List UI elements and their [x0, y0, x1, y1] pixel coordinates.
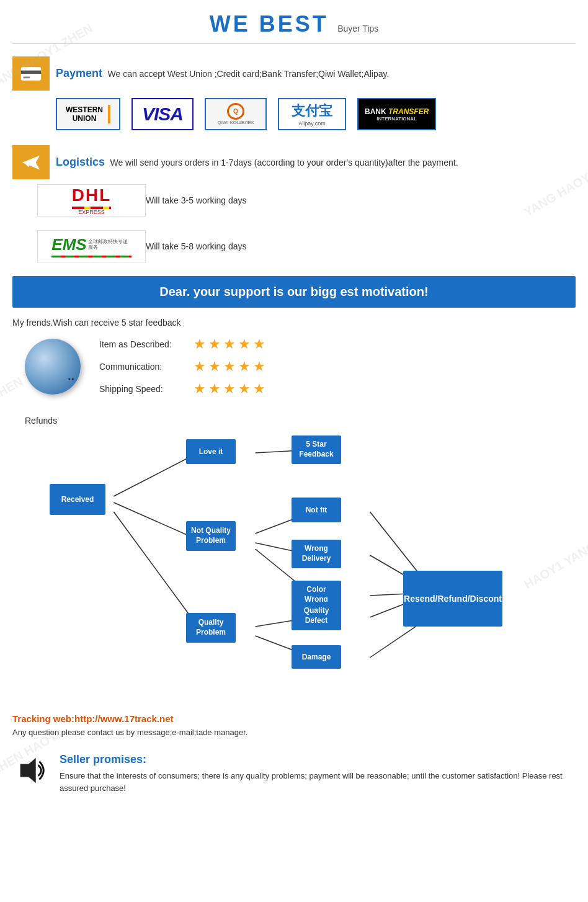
stars-item: ★ ★ ★ ★ ★ [194, 336, 265, 352]
speaker-svg [13, 754, 49, 787]
diagram-not-fit: Not fit [292, 498, 341, 522]
diagram-five-star: 5 Star Feedback [292, 435, 341, 464]
svg-marker-18 [20, 757, 36, 782]
rating-row-ship: Shipping Speed: ★ ★ ★ ★ ★ [99, 381, 265, 397]
feedback-section: My frends.Wish can receive 5 star feedba… [12, 318, 576, 397]
feedback-globe [25, 339, 81, 395]
logistics-icon-box [12, 145, 50, 179]
svg-rect-2 [23, 76, 30, 78]
dhl-logo: DHL EXPRESS [37, 184, 146, 217]
diagram-received: Received [50, 484, 105, 515]
payment-icon: ATM [20, 63, 42, 85]
dhl-time: Will take 3-5 working days [146, 195, 247, 205]
diagram-quality-defect: Quality Defect [292, 602, 341, 630]
svg-line-6 [114, 512, 198, 627]
dhl-carrier-row: DHL EXPRESS Will take 3-5 working days [37, 184, 576, 217]
page-header: WE BEST Buyer Tips [12, 0, 576, 44]
rating-row-item: Item as Described: ★ ★ ★ ★ ★ [99, 336, 265, 352]
logistics-header: Logistics We will send yours orders in 1… [12, 145, 576, 179]
tracking-section: Tracking web:http://www.17track.net Any … [12, 713, 576, 737]
plane-icon [19, 151, 43, 174]
refunds-diagram: Received Love it 5 Star Feedback Not Qua… [50, 416, 576, 676]
feedback-ratings: Item as Described: ★ ★ ★ ★ ★ Communicati… [99, 336, 265, 397]
promises-text: Seller promises: Ensure that the interes… [60, 753, 576, 794]
page-subtitle: Buyer Tips [337, 24, 378, 33]
payment-icon-box: ATM [12, 56, 50, 91]
visa-logo: VISA [131, 98, 194, 130]
svg-line-4 [114, 453, 198, 496]
logistics-section: Logistics We will send yours orders in 1… [12, 145, 576, 262]
diagram-not-quality: Not Quality Problem [186, 521, 236, 551]
ems-carrier-row: EMS 全球邮政特快专递服务 Will take 5-8 working day… [37, 230, 576, 262]
payment-text: We can accept West Union ;Credit card;Ba… [108, 69, 390, 79]
rating-label-ship: Shipping Speed: [99, 384, 186, 394]
svg-rect-1 [21, 70, 41, 73]
diagram-wrong-delivery: Wrong Delivery [292, 540, 341, 568]
refunds-section: Refunds [12, 416, 576, 701]
alipay-logo: 支付宝 Alipay.com [278, 98, 346, 130]
feedback-banner: Dear. your support is our bigg est motiv… [12, 276, 576, 308]
payment-label: Payment [56, 67, 102, 79]
logistics-carriers: DHL EXPRESS Will take 3-5 working days E… [37, 184, 576, 262]
page-title: WE BEST [210, 11, 329, 37]
western-union-logo: WESTERNUNION [56, 98, 120, 130]
tracking-link[interactable]: Tracking web:http://www.17track.net [12, 713, 576, 724]
qiwi-logo: Q QIWI КОШЕЛЁК [205, 98, 267, 130]
promises-title: Seller promises: [60, 753, 576, 766]
payment-section: ATM Payment We can accept West Union ;Cr… [12, 56, 576, 130]
stars-ship: ★ ★ ★ ★ ★ [194, 381, 265, 397]
feedback-content: Item as Described: ★ ★ ★ ★ ★ Communicati… [25, 336, 576, 397]
bank-transfer-logo: BANK TRANSFER INTERNATIONAL [357, 98, 436, 130]
logistics-label: Logistics [56, 156, 105, 168]
diagram-resend: Resend/Refund/Discont [403, 571, 502, 627]
ems-logo: EMS 全球邮政特快专递服务 [37, 230, 146, 262]
ems-time: Will take 5-8 working days [146, 241, 247, 251]
svg-line-5 [114, 502, 198, 540]
diagram-damage: Damage [292, 645, 341, 669]
diagram-quality-problem: Quality Problem [186, 613, 236, 643]
diagram-love-it: Love it [186, 439, 236, 464]
svg-text:ATM: ATM [27, 66, 35, 70]
rating-label-item: Item as Described: [99, 339, 186, 349]
payment-logos-row: WESTERNUNION VISA Q QIWI КОШЕЛЁК 支付宝 Ali… [56, 98, 576, 130]
promises-body: Ensure that the interests of consumers; … [60, 770, 576, 794]
promises-section: Seller promises: Ensure that the interes… [12, 747, 576, 800]
logistics-text: We will send yours orders in 1-7days (ac… [110, 158, 458, 167]
rating-label-comm: Communication: [99, 362, 186, 372]
rating-row-comm: Communication: ★ ★ ★ ★ ★ [99, 359, 265, 375]
speaker-icon [12, 753, 50, 787]
feedback-intro: My frends.Wish can receive 5 star feedba… [12, 318, 576, 328]
stars-comm: ★ ★ ★ ★ ★ [194, 359, 265, 375]
tracking-text: Any question please contact us by messag… [12, 728, 576, 737]
